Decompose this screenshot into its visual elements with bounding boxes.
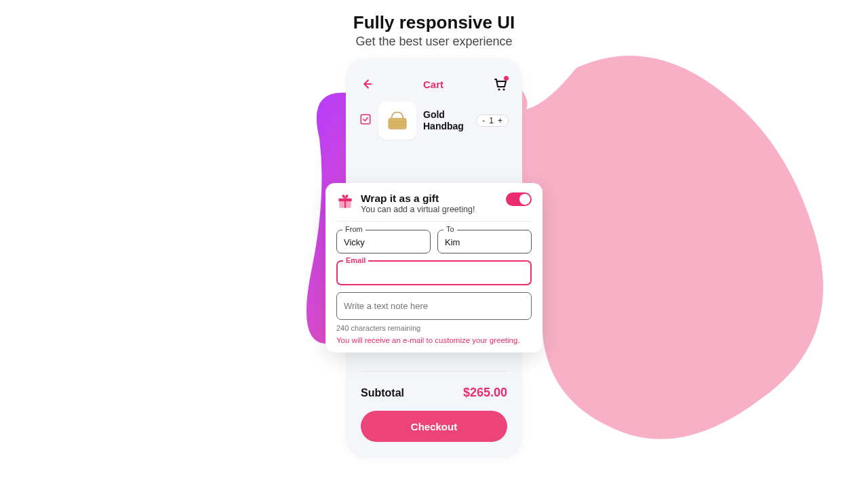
subtotal-label: Subtotal <box>361 387 404 399</box>
checkout-button[interactable]: Checkout <box>361 411 507 442</box>
email-info: You will receive an e-mail to customize … <box>336 336 532 344</box>
back-button[interactable] <box>359 77 374 92</box>
subtotal-value: $265.00 <box>463 386 507 400</box>
app-bar-title: Cart <box>423 79 443 90</box>
to-label: To <box>443 225 457 233</box>
item-thumbnail[interactable] <box>378 102 416 140</box>
cart-badge-dot <box>504 76 509 81</box>
quantity-stepper[interactable]: - 1 + <box>476 115 509 127</box>
toggle-knob <box>519 194 530 205</box>
email-label: Email <box>343 256 368 264</box>
to-value: Kim <box>438 230 531 253</box>
svg-point-1 <box>502 88 505 90</box>
qty-value: 1 <box>489 116 494 125</box>
page-headline: Fully responsive UI Get the best user ex… <box>0 0 868 49</box>
arrow-left-icon <box>359 77 374 92</box>
subtotal-row: Subtotal $265.00 <box>346 386 522 400</box>
cart-button[interactable] <box>492 76 509 92</box>
gift-toggle[interactable] <box>506 192 532 206</box>
check-square-icon <box>359 113 372 125</box>
item-name: Gold Handbag <box>423 109 464 132</box>
chars-remaining: 240 characters remaining <box>336 324 532 332</box>
note-field[interactable]: Write a text note here <box>336 292 532 320</box>
gift-title: Wrap it as a gift <box>361 192 475 205</box>
svg-point-0 <box>498 88 500 90</box>
handbag-icon <box>382 107 412 134</box>
headline-subtitle: Get the best user experience <box>0 35 868 49</box>
gift-icon <box>336 192 354 213</box>
qty-decrement[interactable]: - <box>482 116 485 125</box>
email-input[interactable] <box>338 262 530 284</box>
svg-rect-3 <box>389 118 406 129</box>
email-field[interactable]: Email <box>336 260 532 285</box>
svg-rect-7 <box>344 199 346 208</box>
to-field[interactable]: To Kim <box>437 230 532 253</box>
svg-rect-2 <box>361 115 370 124</box>
gift-wrap-card: Wrap it as a gift You can add a virtual … <box>326 183 542 352</box>
from-field[interactable]: From Vicky <box>336 230 431 253</box>
item-checkbox[interactable] <box>359 113 372 128</box>
gift-subtitle: You can add a virtual greeting! <box>361 205 475 214</box>
headline-title: Fully responsive UI <box>0 12 868 33</box>
cart-item-row: Gold Handbag - 1 + <box>346 92 522 140</box>
from-value: Vicky <box>337 230 430 253</box>
app-bar: Cart <box>346 76 522 92</box>
from-label: From <box>342 225 366 233</box>
qty-increment[interactable]: + <box>498 116 502 125</box>
